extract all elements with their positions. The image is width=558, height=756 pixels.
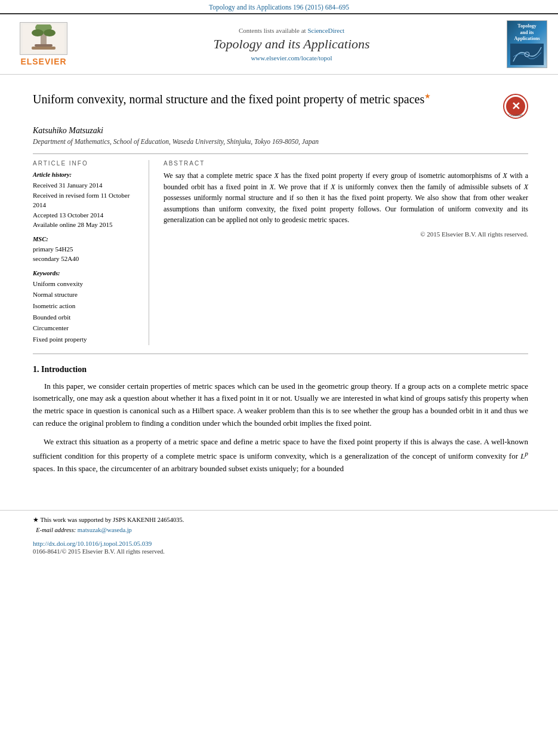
revised-date: Received in revised form 11 October 2014	[33, 190, 140, 210]
science-direct-link[interactable]: ScienceDirect	[307, 27, 344, 34]
available-date: Available online 28 May 2015	[33, 220, 140, 230]
journal-center-header: Contents lists available at ScienceDirec…	[84, 27, 500, 62]
article-info-abstract-section: ARTICLE INFO Article history: Received 3…	[33, 160, 528, 345]
paper-body: Uniform convexity, normal structure and …	[0, 75, 558, 492]
abstract-text: We say that a complete metric space X ha…	[164, 170, 528, 226]
abstract-copyright: © 2015 Elsevier B.V. All rights reserved…	[164, 231, 528, 238]
svg-rect-5	[35, 44, 53, 47]
paper-title-text: Uniform convexity, normal structure and …	[33, 93, 424, 106]
msc-primary: primary 54H25	[33, 244, 140, 254]
accepted-date: Accepted 13 October 2014	[33, 210, 140, 220]
svg-text:CrossMark: CrossMark	[508, 113, 523, 117]
email-label: E-mail address:	[36, 527, 76, 533]
history-label: Article history:	[33, 171, 140, 178]
article-info-column: ARTICLE INFO Article history: Received 3…	[33, 160, 149, 345]
keyword-5: Circumcenter	[33, 322, 140, 334]
doi-link[interactable]: http://dx.doi.org/10.1016/j.topol.2015.0…	[33, 540, 528, 547]
keyword-3: Isometric action	[33, 300, 140, 312]
journal-cover-image: Topologyand itsApplications	[507, 20, 547, 68]
journal-url[interactable]: www.elsevier.com/locate/topol	[84, 54, 500, 62]
keyword-1: Uniform convexity	[33, 278, 140, 290]
journal-title-header: Topology and its Applications	[84, 36, 500, 52]
author-name: Katsuhiko Matsuzaki	[33, 126, 528, 136]
crossmark-badge[interactable]: ✕ CrossMark	[503, 94, 528, 119]
article-info-label: ARTICLE INFO	[33, 160, 140, 167]
email-link[interactable]: matsuzak@waseda.jp	[78, 527, 132, 533]
intro-heading: 1. Introduction	[33, 365, 528, 374]
paper-title: Uniform convexity, normal structure and …	[33, 91, 495, 107]
svg-point-4	[44, 29, 56, 36]
title-star: ★	[424, 92, 431, 100]
footer-section: ★ This work was supported by JSPS KAKENH…	[0, 510, 558, 555]
divider-1	[33, 153, 528, 154]
footnote-star: ★ This work was supported by JSPS KAKENH…	[33, 515, 528, 525]
svg-point-3	[32, 29, 44, 36]
author-affiliation: Department of Mathematics, School of Edu…	[33, 138, 528, 145]
elsevier-brand-text: ELSEVIER	[20, 57, 66, 66]
issn-text: 0166-8641/© 2015 Elsevier B.V. All right…	[33, 548, 528, 555]
journal-header: ELSEVIER Contents lists available at Sci…	[0, 13, 558, 75]
doi-anchor[interactable]: http://dx.doi.org/10.1016/j.topol.2015.0…	[33, 540, 152, 547]
keywords-list: Uniform convexity Normal structure Isome…	[33, 278, 140, 345]
keyword-2: Normal structure	[33, 289, 140, 300]
keyword-6: Fixed point property	[33, 334, 140, 345]
journal-citation-link[interactable]: Topology and its Applications 196 (2015)…	[209, 4, 349, 11]
received-date: Received 31 January 2014	[33, 180, 140, 190]
svg-rect-6	[32, 47, 56, 50]
journal-citation: Topology and its Applications 196 (2015)…	[0, 0, 558, 13]
elsevier-emblem	[20, 22, 67, 55]
divider-2	[33, 354, 528, 354]
intro-paragraph-2: We extract this situation as a property …	[33, 436, 528, 475]
elsevier-logo: ELSEVIER	[11, 22, 76, 66]
msc-secondary: secondary 52A40	[33, 254, 140, 264]
footnote-email: E-mail address: matsuzak@waseda.jp	[33, 525, 528, 535]
svg-text:✕: ✕	[511, 100, 520, 112]
abstract-column: ABSTRACT We say that a complete metric s…	[164, 160, 528, 345]
paper-title-section: Uniform convexity, normal structure and …	[33, 91, 528, 119]
abstract-label: ABSTRACT	[164, 160, 528, 167]
msc-label: MSC:	[33, 236, 140, 242]
keywords-label: Keywords:	[33, 270, 140, 276]
footnote-star-text: ★ This work was supported by JSPS KAKENH…	[33, 517, 184, 523]
word-this: this	[470, 394, 481, 402]
intro-paragraph-1: In this paper, we consider certain prope…	[33, 380, 528, 430]
keyword-4: Bounded orbit	[33, 312, 140, 323]
science-direct-label: Contents lists available at ScienceDirec…	[84, 27, 500, 34]
